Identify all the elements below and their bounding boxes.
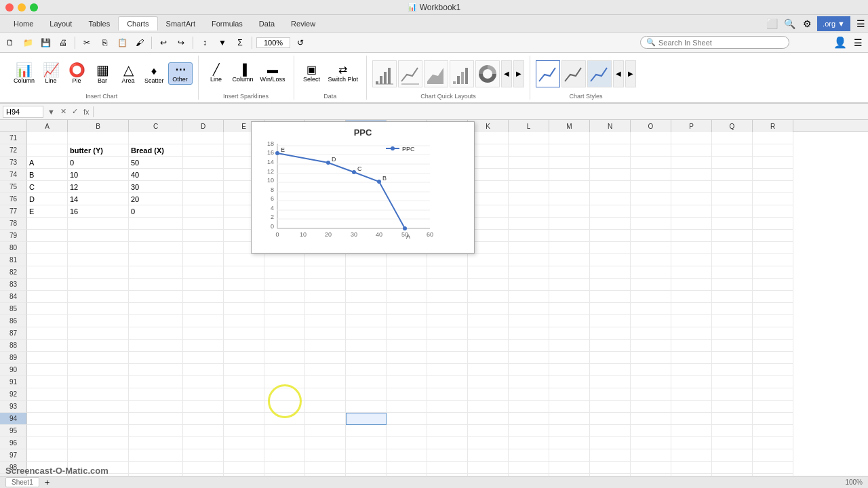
col-header-l[interactable]: L: [509, 120, 549, 132]
row-header-80[interactable]: 80: [0, 242, 27, 254]
filter-btn[interactable]: ▼: [215, 35, 230, 50]
cell-86-H[interactable]: [346, 315, 387, 327]
cell-87-F[interactable]: [264, 327, 305, 340]
cell-82-F[interactable]: [264, 266, 305, 279]
cell-93-N[interactable]: [590, 401, 631, 413]
cell-78-C[interactable]: [129, 218, 183, 230]
cell-98-D[interactable]: [183, 462, 224, 474]
row-header-92[interactable]: 92: [0, 388, 27, 401]
cell-97-I[interactable]: [387, 449, 427, 462]
cell-80-O[interactable]: [631, 242, 671, 254]
cell-82-J[interactable]: [427, 266, 468, 279]
cell-96-C[interactable]: [129, 437, 183, 449]
cell-83-M[interactable]: [549, 279, 590, 291]
cell-94-O[interactable]: [631, 413, 671, 425]
row-header-73[interactable]: 73: [0, 157, 27, 169]
cell-90-N[interactable]: [590, 364, 631, 376]
cell-73-P[interactable]: [671, 157, 712, 169]
row-header-77[interactable]: 77: [0, 205, 27, 218]
cell-94-Q[interactable]: [712, 413, 753, 425]
cell-95-P[interactable]: [671, 425, 712, 437]
cell-74-P[interactable]: [671, 169, 712, 181]
print-btn[interactable]: 🖨: [56, 35, 71, 50]
cell-75-D[interactable]: [183, 181, 224, 193]
cell-90-K[interactable]: [468, 364, 509, 376]
cell-76-B[interactable]: 14: [68, 193, 129, 205]
cell-84-A[interactable]: [27, 291, 68, 303]
cell-77-B[interactable]: 16: [68, 205, 129, 218]
cell-80-Q[interactable]: [712, 242, 753, 254]
account-area[interactable]: .org ▼: [817, 16, 850, 31]
cell-90-J[interactable]: [427, 364, 468, 376]
cell-94-B[interactable]: [68, 413, 129, 425]
row-header-97[interactable]: 97: [0, 449, 27, 462]
ribbon-expand-btn[interactable]: ⬜: [764, 16, 779, 31]
cell-92-K[interactable]: [468, 388, 509, 401]
ribbon-menu-btn[interactable]: ☰: [853, 16, 868, 31]
cell-87-P[interactable]: [671, 327, 712, 340]
cell-95-E[interactable]: [224, 425, 264, 437]
cell-97-R[interactable]: [753, 449, 793, 462]
cell-79-M[interactable]: [549, 230, 590, 242]
cell-77-O[interactable]: [631, 205, 671, 218]
cell-72-A[interactable]: [27, 144, 68, 157]
cell-83-R[interactable]: [753, 279, 793, 291]
cell-77-R[interactable]: [753, 205, 793, 218]
cell-76-O[interactable]: [631, 193, 671, 205]
minimize-button[interactable]: [18, 3, 26, 12]
cell-86-K[interactable]: [468, 315, 509, 327]
cell-84-N[interactable]: [590, 291, 631, 303]
cell-89-E[interactable]: [224, 352, 264, 364]
cell-94-D[interactable]: [183, 413, 224, 425]
cell-90-C[interactable]: [129, 364, 183, 376]
row-header-93[interactable]: 93: [0, 401, 27, 413]
cell-83-D[interactable]: [183, 279, 224, 291]
cell-81-F[interactable]: [264, 254, 305, 266]
ribbon-search-icon[interactable]: 🔍: [782, 16, 797, 31]
cell-74-Q[interactable]: [712, 169, 753, 181]
maximize-button[interactable]: [30, 3, 38, 12]
cell-94-M[interactable]: [549, 413, 590, 425]
cell-79-R[interactable]: [753, 230, 793, 242]
sum-btn[interactable]: Σ: [233, 35, 248, 50]
cell-85-M[interactable]: [549, 303, 590, 315]
cell-90-O[interactable]: [631, 364, 671, 376]
scatter-chart-btn[interactable]: ⬧ Scatter: [142, 62, 167, 85]
cell-98-G[interactable]: [305, 462, 346, 474]
cell-86-J[interactable]: [427, 315, 468, 327]
cell-80-M[interactable]: [549, 242, 590, 254]
sort-btn[interactable]: ↕: [197, 35, 212, 50]
cell-85-K[interactable]: [468, 303, 509, 315]
cell-73-Q[interactable]: [712, 157, 753, 169]
cell-88-P[interactable]: [671, 340, 712, 352]
cell-81-R[interactable]: [753, 254, 793, 266]
cell-82-H[interactable]: [346, 266, 387, 279]
cell-83-E[interactable]: [224, 279, 264, 291]
layout-1[interactable]: [372, 60, 397, 87]
cell-93-B[interactable]: [68, 401, 129, 413]
cell-94-E[interactable]: [224, 413, 264, 425]
cell-95-L[interactable]: [509, 425, 549, 437]
cell-99-P[interactable]: [671, 474, 712, 476]
cell-90-P[interactable]: [671, 364, 712, 376]
cell-95-Q[interactable]: [712, 425, 753, 437]
cell-71-C[interactable]: [129, 132, 183, 144]
cell-78-N[interactable]: [590, 218, 631, 230]
cell-93-L[interactable]: [509, 401, 549, 413]
cell-71-B[interactable]: [68, 132, 129, 144]
cell-76-D[interactable]: [183, 193, 224, 205]
cell-76-P[interactable]: [671, 193, 712, 205]
cell-88-N[interactable]: [590, 340, 631, 352]
cell-84-O[interactable]: [631, 291, 671, 303]
cell-82-D[interactable]: [183, 266, 224, 279]
cell-83-H[interactable]: [346, 279, 387, 291]
cell-93-A[interactable]: [27, 401, 68, 413]
cell-86-Q[interactable]: [712, 315, 753, 327]
cell-95-G[interactable]: [305, 425, 346, 437]
cell-87-M[interactable]: [549, 327, 590, 340]
cell-88-B[interactable]: [68, 340, 129, 352]
cell-93-J[interactable]: [427, 401, 468, 413]
row-header-96[interactable]: 96: [0, 437, 27, 449]
cell-83-P[interactable]: [671, 279, 712, 291]
cell-72-R[interactable]: [753, 144, 793, 157]
